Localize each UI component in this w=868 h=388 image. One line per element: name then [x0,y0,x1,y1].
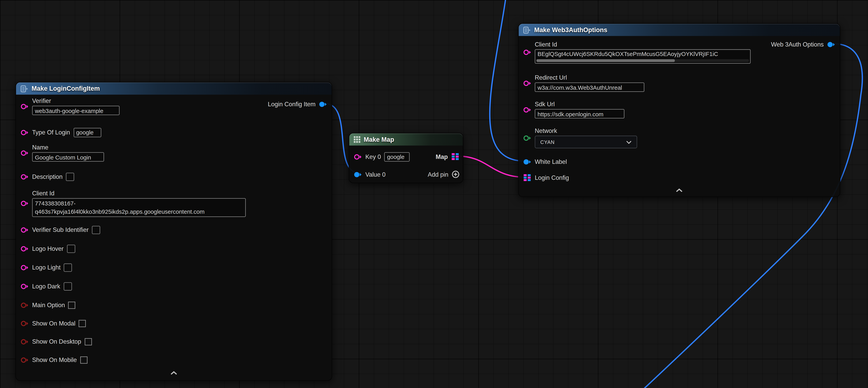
redirect-url-input[interactable] [535,82,644,92]
main-option-label: Main Option [32,302,65,308]
pin-row-redirect-url: Redirect Url [523,72,644,94]
logo-light-label: Logo Light [32,264,61,271]
login-config-pin[interactable] [523,174,531,182]
type-of-login-input[interactable] [73,127,101,137]
pin-row-client-id: Client Id 774338308167- q463s7kpvja16l4l… [21,188,246,219]
value0-pin[interactable] [354,171,362,178]
map-out-pin[interactable] [451,153,459,160]
main-option-checkbox[interactable] [68,301,75,308]
logo-dark-input[interactable] [63,282,72,290]
pin-row-map-out: Map [436,151,459,162]
chevron-up-icon [676,188,683,192]
show-on-desktop-pin[interactable] [21,338,29,345]
pin-row-logo-hover: Logo Hover [21,243,75,254]
name-pin[interactable] [21,149,29,156]
pin-row-show-on-modal: Show On Modal [21,318,86,329]
pin-row-w3-client-id: Client Id BEglQSgt4cUWcj6SKRdu5QkOXTsePm… [523,39,750,65]
key0-pin[interactable] [354,153,362,160]
web3auth-options-out-label: Web 3Auth Options [771,41,824,48]
scrollbar-track[interactable] [536,59,749,62]
collapse-button[interactable] [16,371,332,375]
show-on-mobile-pin[interactable] [21,356,29,363]
verifier-label: Verifier [32,97,120,104]
graph-canvas[interactable]: Make LoginConfigItem Login Config Item V… [0,0,868,388]
sdk-url-pin[interactable] [523,106,531,113]
pin-row-login-config-item-out: Login Config Item [268,99,327,109]
logo-hover-input[interactable] [67,244,75,252]
redirect-url-pin[interactable] [523,80,531,87]
description-input[interactable] [66,173,74,181]
make-struct-icon [523,26,531,33]
show-on-desktop-checkbox[interactable] [85,338,92,345]
make-struct-icon [21,85,28,92]
pin-row-key0: Key 0 [354,151,410,162]
main-option-pin[interactable] [21,301,29,308]
w3-client-id-label: Client Id [535,40,750,47]
key0-input[interactable] [384,152,410,161]
logo-light-pin[interactable] [21,264,29,271]
network-pin[interactable] [523,134,531,141]
scrollbar-thumb[interactable] [536,59,675,62]
show-on-modal-checkbox[interactable] [79,320,86,327]
type-of-login-pin[interactable] [21,129,29,136]
node-header-make-loginconfigitem[interactable]: Make LoginConfigItem [16,82,332,95]
value0-label: Value 0 [365,171,386,178]
w3-client-id-pin[interactable] [523,49,531,56]
client-id-line2: q463s7kpvja16l4l0kko3nb925ikds2p.apps.go… [35,207,243,215]
show-on-modal-pin[interactable] [21,320,29,327]
show-on-mobile-checkbox[interactable] [80,356,87,363]
network-selected-value: CYAN [540,139,555,145]
pin-row-verifier-sub-identifier: Verifier Sub Identifier [21,224,100,235]
client-id-label: Client Id [32,190,246,197]
logo-light-input[interactable] [64,263,72,271]
sdk-url-input[interactable] [535,109,624,118]
logo-hover-pin[interactable] [21,245,29,252]
node-title: Make Map [364,136,394,143]
node-make-web3authoptions[interactable]: Make Web3AuthOptions Web 3Auth Options C… [518,23,840,197]
show-on-desktop-label: Show On Desktop [32,338,81,345]
wire-map-to-login-config[interactable] [457,156,525,177]
pin-row-main-option: Main Option [21,299,75,310]
name-input[interactable] [32,152,104,162]
pin-row-logo-light: Logo Light [21,262,72,273]
client-id-line1: 774338308167- [35,199,243,207]
login-config-label: Login Config [535,174,569,181]
chevron-down-icon [626,140,632,144]
add-pin-label: Add pin [428,171,448,178]
login-config-item-out-pin[interactable] [319,100,327,108]
node-make-map[interactable]: Make Map Key 0 Map Value 0 Add pin [349,133,463,183]
show-on-mobile-label: Show On Mobile [32,356,77,363]
client-id-input[interactable]: 774338308167- q463s7kpvja16l4l0kko3nb925… [32,198,246,217]
node-make-loginconfigitem[interactable]: Make LoginConfigItem Login Config Item V… [16,82,332,381]
pin-row-logo-dark: Logo Dark [21,280,72,292]
collapse-button[interactable] [519,188,840,192]
w3-client-id-input[interactable]: BEglQSgt4cUWcj6SKRdu5QkOXTsePmMcusG5EAoy… [535,49,750,63]
verifier-sub-identifier-pin[interactable] [21,226,29,233]
login-config-item-out-label: Login Config Item [268,101,315,108]
map-grid-icon [354,136,361,143]
map-out-label: Map [436,153,448,160]
sdk-url-label: Sdk Url [535,101,624,108]
network-dropdown[interactable]: CYAN [535,136,637,148]
verifier-sub-identifier-input[interactable] [92,226,100,234]
node-header-make-web3authoptions[interactable]: Make Web3AuthOptions [519,24,840,36]
verifier-input[interactable] [32,106,120,115]
client-id-pin[interactable] [21,200,29,207]
key0-label: Key 0 [365,153,381,160]
logo-dark-label: Logo Dark [32,283,60,290]
pin-row-show-on-desktop: Show On Desktop [21,336,92,347]
white-label-pin[interactable] [523,158,531,165]
verifier-sub-identifier-label: Verifier Sub Identifier [32,226,89,233]
description-pin[interactable] [21,173,29,180]
pin-row-value0: Value 0 [354,169,385,180]
pin-row-web3auth-options-out: Web 3Auth Options [771,39,835,49]
logo-dark-pin[interactable] [21,282,29,290]
name-label: Name [32,144,104,151]
add-pin-button[interactable]: Add pin [428,169,459,180]
w3-client-id-text: BEglQSgt4cUWcj6SKRdu5QkOXTsePmMcusG5EAoy… [535,50,750,57]
verifier-pin[interactable] [21,103,29,110]
description-label: Description [32,173,63,180]
node-header-make-map[interactable]: Make Map [349,133,463,146]
web3auth-options-out-pin[interactable] [827,40,835,48]
node-title: Make LoginConfigItem [32,85,100,92]
